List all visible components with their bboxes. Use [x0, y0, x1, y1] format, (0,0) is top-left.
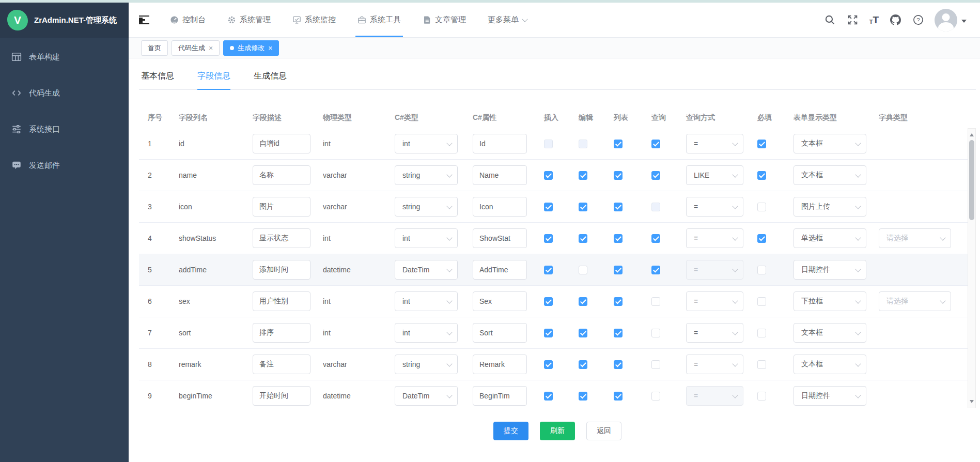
search-icon[interactable] — [824, 14, 836, 26]
required-checkbox[interactable] — [757, 171, 766, 180]
sidebar-item-send-mail[interactable]: 发送邮件 — [0, 147, 129, 183]
display-type-select[interactable]: 文本框 — [794, 165, 866, 185]
csharp-property-input[interactable] — [473, 165, 527, 185]
required-checkbox[interactable] — [757, 392, 766, 401]
close-icon[interactable]: × — [209, 44, 213, 52]
csharp-property-input[interactable] — [473, 355, 527, 374]
refresh-button[interactable]: 刷新 — [540, 422, 575, 440]
font-size-icon[interactable]: TT — [869, 15, 879, 25]
insert-checkbox[interactable] — [544, 171, 553, 180]
nav-item-article-manage[interactable]: 文章管理 — [423, 3, 466, 37]
insert-checkbox[interactable] — [544, 329, 553, 337]
required-checkbox[interactable] — [757, 297, 766, 306]
sidebar-item-code-gen[interactable]: 代码生成 — [0, 75, 129, 111]
required-checkbox[interactable] — [757, 266, 766, 274]
csharp-type-select[interactable]: int — [395, 228, 458, 248]
list-checkbox[interactable] — [614, 329, 623, 337]
display-type-select[interactable]: 日期控件 — [794, 260, 866, 280]
github-icon[interactable] — [889, 14, 901, 26]
tab-field-info[interactable]: 字段信息 — [197, 71, 230, 89]
query-checkbox[interactable] — [651, 234, 660, 243]
nav-item-dashboard[interactable]: 控制台 — [170, 3, 206, 37]
csharp-type-select[interactable]: string — [395, 165, 458, 185]
query-type-select[interactable]: LIKE — [686, 165, 743, 185]
help-icon[interactable]: ? — [912, 14, 924, 26]
field-description-input[interactable] — [253, 197, 310, 217]
table-scrollbar[interactable] — [968, 128, 976, 408]
query-type-select[interactable]: = — [686, 260, 743, 280]
csharp-property-input[interactable] — [473, 134, 527, 153]
list-checkbox[interactable] — [614, 266, 623, 274]
scrollbar-thumb[interactable] — [969, 140, 974, 220]
query-type-select[interactable]: = — [686, 197, 743, 217]
query-type-select[interactable]: = — [686, 134, 743, 153]
query-checkbox[interactable] — [651, 360, 660, 369]
dict-type-select[interactable]: 请选择 — [879, 228, 951, 248]
insert-checkbox[interactable] — [544, 203, 553, 211]
display-type-select[interactable]: 文本框 — [794, 134, 866, 153]
query-checkbox[interactable] — [651, 329, 660, 337]
sidebar-item-form-builder[interactable]: 表单构建 — [0, 39, 129, 75]
list-checkbox[interactable] — [614, 297, 623, 306]
insert-checkbox[interactable] — [544, 297, 553, 306]
edit-checkbox[interactable] — [579, 266, 587, 274]
query-type-select[interactable]: = — [686, 355, 743, 374]
nav-item-system-monitor[interactable]: 系统监控 — [292, 3, 336, 37]
display-type-select[interactable]: 日期控件 — [794, 386, 866, 406]
edit-checkbox[interactable] — [579, 140, 587, 148]
required-checkbox[interactable] — [757, 234, 766, 243]
tag-code-gen[interactable]: 代码生成 × — [172, 40, 220, 56]
required-checkbox[interactable] — [757, 329, 766, 337]
field-description-input[interactable] — [253, 355, 310, 374]
csharp-property-input[interactable] — [473, 228, 527, 248]
query-type-select[interactable]: = — [686, 323, 743, 343]
csharp-property-input[interactable] — [473, 291, 527, 311]
nav-item-system-tools[interactable]: 系统工具 — [357, 3, 401, 37]
csharp-property-input[interactable] — [473, 386, 527, 406]
list-checkbox[interactable] — [614, 234, 623, 243]
query-checkbox[interactable] — [651, 297, 660, 306]
tag-home[interactable]: 首页 — [141, 40, 168, 56]
display-type-select[interactable]: 文本框 — [794, 355, 866, 374]
sidebar-item-api[interactable]: 系统接口 — [0, 111, 129, 147]
csharp-type-select[interactable]: DateTim — [395, 386, 458, 406]
field-description-input[interactable] — [253, 228, 310, 248]
field-description-input[interactable] — [253, 165, 310, 185]
field-description-input[interactable] — [253, 291, 310, 311]
insert-checkbox[interactable] — [544, 234, 553, 243]
list-checkbox[interactable] — [614, 203, 623, 211]
insert-checkbox[interactable] — [544, 392, 553, 401]
edit-checkbox[interactable] — [579, 329, 587, 337]
display-type-select[interactable]: 图片上传 — [794, 197, 866, 217]
list-checkbox[interactable] — [614, 360, 623, 369]
nav-item-more-menu[interactable]: 更多菜单 — [488, 3, 527, 37]
edit-checkbox[interactable] — [579, 392, 587, 401]
field-description-input[interactable] — [253, 134, 310, 153]
query-type-select[interactable]: = — [686, 228, 743, 248]
csharp-property-input[interactable] — [473, 197, 527, 217]
csharp-property-input[interactable] — [473, 260, 527, 280]
nav-item-system-manage[interactable]: 系统管理 — [227, 3, 271, 37]
insert-checkbox[interactable] — [544, 266, 553, 274]
tab-gen-info[interactable]: 生成信息 — [254, 71, 287, 89]
query-type-select[interactable]: = — [686, 291, 743, 311]
edit-checkbox[interactable] — [579, 297, 587, 306]
edit-checkbox[interactable] — [579, 203, 587, 211]
scroll-up-icon[interactable] — [970, 131, 974, 136]
csharp-type-select[interactable]: DateTim — [395, 260, 458, 280]
csharp-property-input[interactable] — [473, 323, 527, 343]
required-checkbox[interactable] — [757, 140, 766, 148]
insert-checkbox[interactable] — [544, 140, 553, 148]
fullscreen-icon[interactable] — [847, 14, 859, 26]
field-description-input[interactable] — [253, 323, 310, 343]
query-checkbox[interactable] — [651, 203, 660, 211]
csharp-type-select[interactable]: string — [395, 355, 458, 374]
back-button[interactable]: 返回 — [586, 422, 621, 440]
display-type-select[interactable]: 单选框 — [794, 228, 866, 248]
query-checkbox[interactable] — [651, 392, 660, 401]
list-checkbox[interactable] — [614, 392, 623, 401]
query-checkbox[interactable] — [651, 171, 660, 180]
csharp-type-select[interactable]: string — [395, 197, 458, 217]
close-icon[interactable]: × — [268, 44, 272, 52]
sidebar-collapse-icon[interactable] — [139, 16, 150, 25]
